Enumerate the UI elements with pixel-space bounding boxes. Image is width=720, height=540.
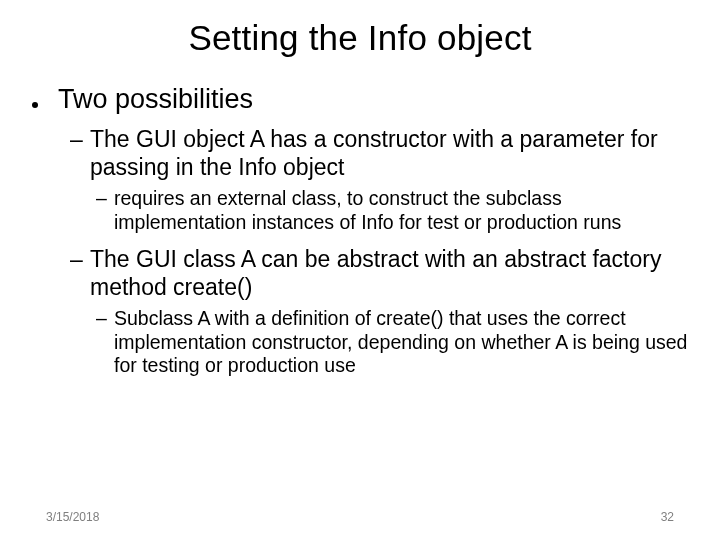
bullet-dash-icon: – — [96, 307, 114, 378]
slide-title: Setting the Info object — [28, 18, 692, 58]
bullet-text: Subclass A with a definition of create()… — [114, 307, 692, 378]
bullet-text: requires an external class, to construct… — [114, 187, 692, 235]
bullet-level-2: – The GUI class A can be abstract with a… — [70, 245, 692, 301]
bullet-level-3: – requires an external class, to constru… — [96, 187, 692, 235]
bullet-text: Two possibilities — [58, 84, 253, 119]
bullet-dash-icon: – — [70, 125, 90, 181]
bullet-text: The GUI class A can be abstract with an … — [90, 245, 692, 301]
bullet-dot-icon — [32, 84, 58, 119]
bullet-level-2: – The GUI object A has a constructor wit… — [70, 125, 692, 181]
slide-body: Two possibilities – The GUI object A has… — [28, 84, 692, 378]
bullet-text: The GUI object A has a constructor with … — [90, 125, 692, 181]
slide: Setting the Info object Two possibilitie… — [0, 0, 720, 540]
slide-footer: 3/15/2018 32 — [0, 510, 720, 524]
footer-page-number: 32 — [661, 510, 674, 524]
bullet-level-1: Two possibilities — [32, 84, 692, 119]
bullet-dash-icon: – — [96, 187, 114, 235]
bullet-dash-icon: – — [70, 245, 90, 301]
bullet-level-3: – Subclass A with a definition of create… — [96, 307, 692, 378]
footer-date: 3/15/2018 — [46, 510, 99, 524]
